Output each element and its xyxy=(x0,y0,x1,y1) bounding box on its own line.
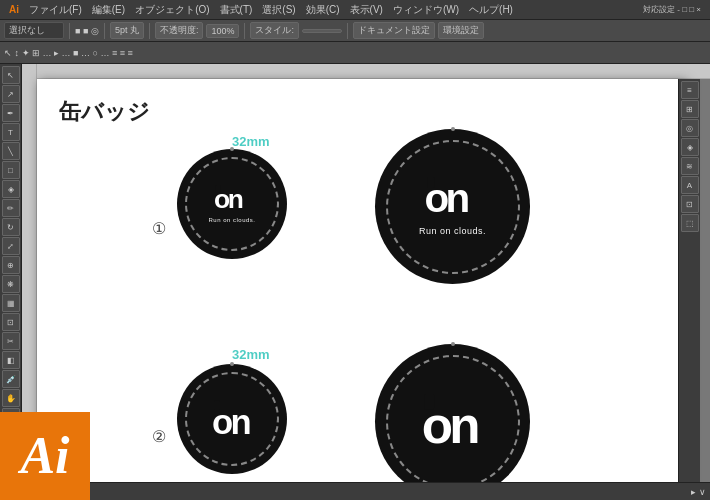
bottom-bar: 手のひら ▸ ∨ xyxy=(0,482,710,500)
tool-slice[interactable]: ✂ xyxy=(2,332,20,350)
ai-logo: Ai xyxy=(0,412,90,500)
canvas: 缶バッジ 32mm 44mm ① ② 32mm 44mm on xyxy=(37,79,685,485)
right-tool-5[interactable]: ≋ xyxy=(681,157,699,175)
badge-2-inner: on Run on clouds. xyxy=(386,140,520,274)
menu-format[interactable]: 書式(T) xyxy=(215,3,258,17)
tool-direct-select[interactable]: ↗ xyxy=(2,85,20,103)
style-label: スタイル: xyxy=(250,22,299,39)
menu-object[interactable]: オブジェクト(O) xyxy=(130,3,214,17)
tool-rect[interactable]: □ xyxy=(2,161,20,179)
sep-1 xyxy=(69,23,70,39)
badge-2-large: on Run on clouds. xyxy=(375,129,530,284)
opacity-label: 不透明度: xyxy=(155,22,204,39)
svg-rect-3 xyxy=(428,177,435,188)
tool-rotate[interactable]: ↻ xyxy=(2,218,20,236)
tool-hand[interactable]: ✋ xyxy=(2,389,20,407)
tool-line[interactable]: ╲ xyxy=(2,142,20,160)
tool-symbol[interactable]: ❋ xyxy=(2,275,20,293)
toolbar-1: 選択なし ■ ■ ◎ 5pt 丸 不透明度: 100% スタイル: ドキュメント… xyxy=(0,20,710,42)
ai-logo-text: Ai xyxy=(20,430,69,482)
opacity-value[interactable]: 100% xyxy=(206,24,239,38)
tool-graph[interactable]: ▦ xyxy=(2,294,20,312)
stroke-size[interactable]: 5pt 丸 xyxy=(110,22,144,39)
badge-num-1: ① xyxy=(152,219,166,238)
on-logo-1: on Run on clouds. xyxy=(208,185,255,223)
svg-rect-5 xyxy=(214,401,220,410)
menu-edit[interactable]: 編集(E) xyxy=(87,3,130,17)
menu-window[interactable]: ウィンドウ(W) xyxy=(388,3,464,17)
menu-effect[interactable]: 効果(C) xyxy=(301,3,345,17)
canvas-area: 缶バッジ 32mm 44mm ① ② 32mm 44mm on xyxy=(22,64,710,500)
doc-settings-btn[interactable]: ドキュメント設定 xyxy=(353,22,435,39)
badge-1-small: on Run on clouds. xyxy=(177,149,287,259)
right-tool-1[interactable]: ≡ xyxy=(681,81,699,99)
menu-view[interactable]: 表示(V) xyxy=(345,3,388,17)
menubar: Ai ファイル(F) 編集(E) オブジェクト(O) 書式(T) 選択(S) 効… xyxy=(0,0,710,20)
style-value[interactable] xyxy=(302,29,342,33)
pin-dot-2 xyxy=(451,127,455,131)
sep-5 xyxy=(347,23,348,39)
on-logo-3: on xyxy=(212,400,252,438)
tool-pen[interactable]: ✒ xyxy=(2,104,20,122)
tool-gradient[interactable]: ◧ xyxy=(2,351,20,369)
tool-artboard[interactable]: ⊡ xyxy=(2,313,20,331)
svg-rect-1 xyxy=(216,185,221,192)
menu-file[interactable]: ファイル(F) xyxy=(24,3,87,17)
on-logo-svg-3: on xyxy=(212,400,252,438)
right-tool-7[interactable]: ⊡ xyxy=(681,195,699,213)
menu-extra: 対応設定 - □ □ × xyxy=(638,4,706,15)
badge-4-large: on xyxy=(375,344,530,499)
menu-ai[interactable]: Ai xyxy=(4,4,24,15)
svg-rect-7 xyxy=(425,394,434,409)
menu-help[interactable]: ヘルプ(H) xyxy=(464,3,518,17)
tool-select[interactable]: ↖ xyxy=(2,66,20,84)
selection-info[interactable]: 選択なし xyxy=(4,22,64,39)
right-tool-6[interactable]: A xyxy=(681,176,699,194)
tagline-2: Run on clouds. xyxy=(419,226,486,236)
stroke-box: ■ ■ ◎ xyxy=(75,26,99,36)
tool-type[interactable]: T xyxy=(2,123,20,141)
pin-dot-1 xyxy=(230,147,234,151)
tool-paint[interactable]: ◈ xyxy=(2,180,20,198)
badge-1-inner: on Run on clouds. xyxy=(185,157,279,251)
on-logo-svg-1: on xyxy=(214,185,250,215)
tool-eyedrop[interactable]: 💉 xyxy=(2,370,20,388)
badge-3-inner: on xyxy=(185,372,279,466)
right-tool-3[interactable]: ◎ xyxy=(681,119,699,137)
on-logo-4: on xyxy=(420,394,485,449)
bottom-coords: ▸ ∨ xyxy=(691,487,706,497)
on-logo-2: on Run on clouds. xyxy=(419,177,486,236)
right-tool-2[interactable]: ⊞ xyxy=(681,100,699,118)
main-layout: ↖ ↗ ✒ T ╲ □ ◈ ✏ ↻ ⤢ ⊕ ❋ ▦ ⊡ ✂ ◧ 💉 ✋ 🔍 缶バ… xyxy=(0,64,710,500)
toolbar-2: ↖ ↕ ✦ ⊞ … ▸ … ■ … ○ … ≡ ≡ ≡ xyxy=(0,42,710,64)
sep-4 xyxy=(244,23,245,39)
badge-3-small: on xyxy=(177,364,287,474)
canvas-title: 缶バッジ xyxy=(59,97,150,127)
right-tool-8[interactable]: ⬚ xyxy=(681,214,699,232)
sep-2 xyxy=(104,23,105,39)
toolbar2-item: ↖ ↕ ✦ ⊞ … ▸ … ■ … ○ … ≡ ≡ ≡ xyxy=(4,48,133,58)
size-label-32-1: 32mm xyxy=(232,134,270,149)
tool-pencil[interactable]: ✏ xyxy=(2,199,20,217)
tagline-1: Run on clouds. xyxy=(208,217,255,223)
size-label-32-2: 32mm xyxy=(232,347,270,362)
tool-scale[interactable]: ⤢ xyxy=(2,237,20,255)
ruler-horizontal xyxy=(22,64,710,79)
tool-blend[interactable]: ⊕ xyxy=(2,256,20,274)
on-logo-svg-2: on xyxy=(423,177,481,223)
right-panel: ≡ ⊞ ◎ ◈ ≋ A ⊡ ⬚ xyxy=(678,79,700,485)
env-settings-btn[interactable]: 環境設定 xyxy=(438,22,484,39)
sep-3 xyxy=(149,23,150,39)
badge-4-inner: on xyxy=(386,355,520,489)
right-tool-4[interactable]: ◈ xyxy=(681,138,699,156)
pin-dot-4 xyxy=(451,342,455,346)
pin-dot-3 xyxy=(230,362,234,366)
menu-select[interactable]: 選択(S) xyxy=(257,3,300,17)
on-logo-svg-4: on xyxy=(420,394,485,449)
badge-num-2: ② xyxy=(152,427,166,446)
